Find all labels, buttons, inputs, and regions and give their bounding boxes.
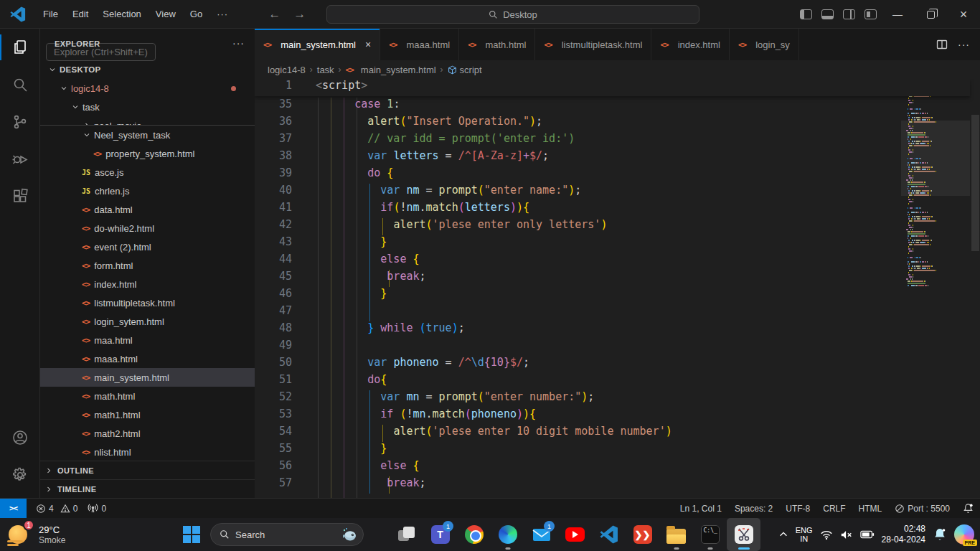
sidebar-more-actions-icon[interactable]: ··· (232, 37, 245, 49)
mail-button[interactable]: 1 (524, 518, 558, 551)
snipping-tool-button[interactable] (727, 518, 760, 551)
toggle-panel-icon[interactable] (816, 0, 838, 29)
settings-gear-icon[interactable] (0, 456, 40, 494)
tree-item-label: math1.html (94, 410, 140, 420)
breadcrumb-item-logic14-8[interactable]: logic14-8 (268, 65, 306, 75)
menu-view[interactable]: View (149, 5, 183, 24)
tree-item-task[interactable]: task (40, 98, 255, 116)
restore-button[interactable] (914, 0, 947, 29)
tree-item-neel-system-task[interactable]: Neel_system_task (40, 126, 255, 144)
tab-math-html[interactable]: <>math.html (459, 29, 535, 60)
tab-listmultipletask-html[interactable]: <>listmultipletask.html (535, 29, 651, 60)
sticky-scroll-line[interactable]: 1<script> (255, 79, 970, 96)
tab-index-html[interactable]: <>index.html (651, 29, 730, 60)
tray-chevron-up-icon[interactable] (778, 529, 788, 540)
breadcrumb-item-main-system-html[interactable]: <>main_system.html (346, 65, 436, 75)
teams-button[interactable]: T1 (423, 518, 457, 551)
terminal-button[interactable]: C:\_ (693, 518, 727, 551)
tree-item-event-2-html[interactable]: <>event (2).html (40, 237, 255, 256)
menu-more-button[interactable]: ··· (209, 9, 235, 19)
code-editor[interactable]: 1<script> 35 case 1:36 alert("Insert Ope… (255, 79, 980, 498)
indentation-status[interactable]: Spaces: 2 (728, 504, 779, 514)
split-editor-icon[interactable] (936, 39, 948, 50)
copilot-icon[interactable]: PRE (954, 524, 974, 545)
vscode-button[interactable] (592, 518, 626, 551)
tree-item-maaa-html[interactable]: <>maaa.html (40, 349, 255, 368)
tree-item-math1-html[interactable]: <>math1.html (40, 405, 255, 424)
weather-widget[interactable]: 1 29°C Smoke (7, 522, 65, 547)
tab-maaa-html[interactable]: <>maaa.html (380, 29, 459, 60)
tab-label: index.html (678, 39, 720, 50)
minimize-button[interactable]: — (881, 0, 914, 29)
wifi-icon[interactable] (820, 529, 833, 540)
tree-item-do-while2-html[interactable]: <>do-while2.html (40, 219, 255, 237)
tree-item-main-system-html[interactable]: <>main_system.html (40, 368, 255, 387)
source-control-icon[interactable] (0, 103, 40, 141)
tree-item-property-system-html[interactable]: <>property_system.html (40, 144, 255, 163)
explorer-icon[interactable] (0, 29, 40, 66)
nav-back-button[interactable]: ← (268, 7, 281, 22)
tree-item-data-html[interactable]: <>data.html (40, 200, 255, 219)
youtube-button[interactable] (558, 518, 592, 551)
eol-status[interactable]: CRLF (816, 504, 852, 514)
anydesk-button[interactable]: ❯❯ (626, 518, 659, 551)
breadcrumb-item-script[interactable]: script (448, 65, 482, 75)
menu-file[interactable]: File (36, 5, 65, 24)
file-explorer-button[interactable] (659, 518, 693, 551)
tree-item-listmultipletask-html[interactable]: <>listmultipletask.html (40, 293, 255, 312)
editor-more-actions-icon[interactable]: ··· (958, 39, 970, 50)
task-view-button[interactable] (390, 518, 423, 551)
problems-status[interactable]: 4 0 (31, 499, 83, 518)
tree-item-nlist-html[interactable]: <>nlist.html (40, 443, 255, 461)
edge-button[interactable] (491, 518, 524, 551)
breadcrumb-item-task[interactable]: task (317, 65, 334, 75)
extensions-icon[interactable] (0, 178, 40, 215)
chrome-button[interactable] (457, 518, 491, 551)
start-button[interactable] (183, 526, 200, 543)
volume-muted-icon[interactable] (840, 529, 853, 540)
menu-go[interactable]: Go (183, 5, 209, 24)
menu-selection[interactable]: Selection (95, 5, 148, 24)
notifications-bell-icon[interactable] (956, 503, 980, 514)
clock[interactable]: 02:48 28-04-2024 (882, 524, 925, 545)
cursor-position[interactable]: Ln 1, Col 1 (674, 504, 728, 514)
tree-item-desktop[interactable]: DESKTOP (40, 60, 255, 79)
battery-icon[interactable] (860, 529, 875, 540)
tree-item-index-html[interactable]: <>index.html (40, 275, 255, 293)
toggle-sidebar-icon[interactable] (795, 0, 816, 29)
customize-layout-icon[interactable] (859, 0, 881, 29)
tree-item-math2-html[interactable]: <>math2.html (40, 424, 255, 443)
run-debug-icon[interactable] (0, 141, 40, 178)
language-mode[interactable]: HTML (852, 504, 889, 514)
tree-item-asce-js[interactable]: JSasce.js (40, 163, 255, 182)
tree-item-maa-html[interactable]: <>maa.html (40, 331, 255, 349)
breadcrumb-separator: › (440, 65, 443, 75)
account-icon[interactable] (0, 419, 40, 456)
close-button[interactable]: × (947, 0, 980, 29)
search-sidebar-icon[interactable] (0, 66, 40, 103)
taskbar-search[interactable]: Search (210, 523, 364, 546)
tree-item-form-html[interactable]: <>form.html (40, 256, 255, 275)
toggle-secondary-sidebar-icon[interactable] (838, 0, 859, 29)
remote-indicator[interactable]: >< (0, 499, 27, 519)
tab-main-system-html[interactable]: <>main_system.html× (255, 29, 380, 60)
live-server-port[interactable]: Port : 5500 (888, 504, 956, 514)
notifications-bell-icon[interactable] (933, 527, 947, 542)
language-indicator[interactable]: ENG IN (796, 526, 813, 543)
tree-item-logic14-8[interactable]: logic14-8 (40, 79, 255, 98)
command-center-search[interactable]: Desktop (326, 5, 699, 24)
tab-login-sy[interactable]: <>login_sy (730, 29, 799, 60)
tree-item-neel-movie[interactable]: neel_movie (40, 116, 255, 126)
tree-item-math-html[interactable]: <>math.html (40, 387, 255, 405)
section-outline[interactable]: OUTLINE (40, 461, 255, 479)
tree-item-chrlen-js[interactable]: JSchrlen.js (40, 182, 255, 200)
encoding-status[interactable]: UTF-8 (779, 504, 816, 514)
tree-item-login-sytem-html[interactable]: <>login_sytem.html (40, 312, 255, 331)
close-tab-icon[interactable]: × (365, 39, 371, 50)
nav-forward-button[interactable]: → (293, 7, 306, 22)
minimap[interactable] (903, 80, 969, 287)
section-timeline[interactable]: TIMELINE (40, 479, 255, 498)
live-reload-status[interactable]: 0 (83, 499, 111, 518)
menu-edit[interactable]: Edit (65, 5, 95, 24)
editor-scrollbar[interactable] (971, 115, 979, 251)
